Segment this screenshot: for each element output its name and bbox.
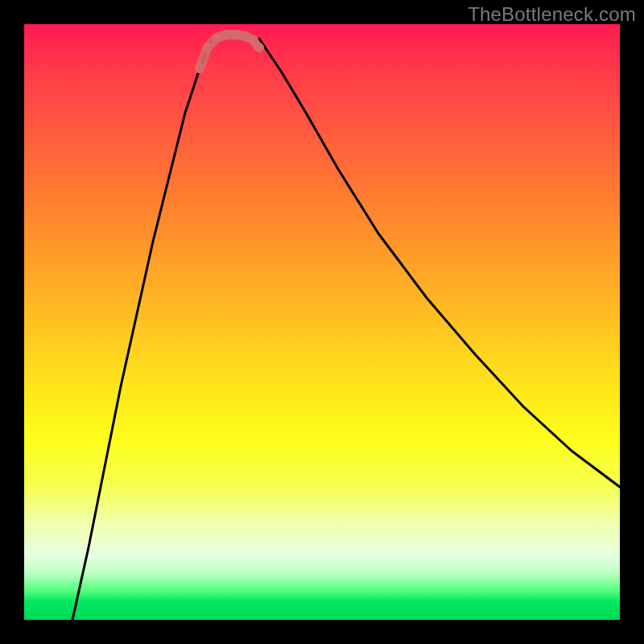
chart-curve <box>259 39 620 487</box>
chart-marker <box>221 30 231 39</box>
chart-marker <box>203 43 213 52</box>
chart-curve <box>72 39 213 620</box>
watermark-text: TheBottleneck.com <box>468 3 636 26</box>
chart-svg <box>24 24 620 620</box>
chart-marker <box>195 64 204 73</box>
plot-area <box>24 24 620 620</box>
chart-marker <box>212 33 221 43</box>
chart-marker <box>231 30 241 39</box>
chart-marker <box>254 43 264 52</box>
chart-frame: TheBottleneck.com <box>0 0 644 644</box>
